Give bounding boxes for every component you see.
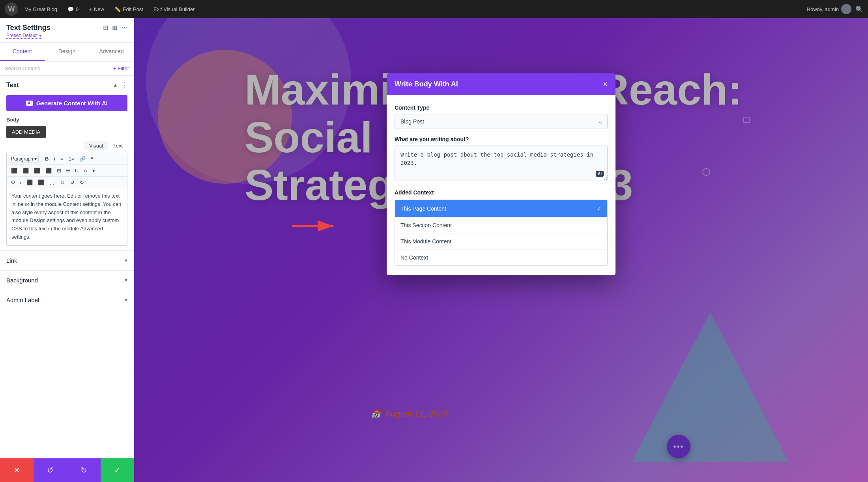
writing-about-wrapper: Write a blog post about the top social m… (395, 146, 608, 182)
admin-label-section-header[interactable]: Admin Label ▾ (0, 290, 134, 310)
content-type-select-wrapper: Blog Post Article Email Social Post (395, 114, 608, 129)
editor-tab-visual[interactable]: Visual (84, 141, 108, 150)
unordered-list-button[interactable]: ≡ (58, 155, 65, 163)
admin-bar-right: Howdy, admin 🔍 (807, 4, 863, 14)
undo-button[interactable]: ↺ (34, 458, 67, 482)
link-button[interactable]: 🔗 (77, 155, 88, 163)
redo-button[interactable]: ↻ (67, 458, 101, 482)
blockquote-button[interactable]: ❝ (89, 155, 95, 163)
modal-close-button[interactable]: × (603, 80, 608, 89)
text-section-title: Text (6, 82, 19, 89)
sidebar-title-row: Text Settings ⊡ ⊞ ⋯ (6, 24, 127, 32)
writing-about-label: What are you writing about? (395, 136, 608, 142)
sidebar-tabs: Content Design Advanced (0, 43, 134, 62)
background-section-header[interactable]: Background ▾ (0, 271, 134, 290)
more-formats-button[interactable]: ▾ (90, 166, 97, 175)
add-media-button[interactable]: ADD MEDIA (6, 126, 46, 138)
save-button[interactable]: ✓ (101, 458, 134, 482)
bottom-bar: ✕ ↺ ↻ ✓ (0, 458, 134, 482)
ai-badge: AI (26, 101, 33, 106)
editor-content[interactable]: Your content goes here. Edit or remove t… (6, 188, 127, 246)
sidebar-title-icons: ⊡ ⊞ ⋯ (103, 24, 127, 32)
modal-body: Content Type Blog Post Article Email Soc… (387, 95, 615, 275)
table-button[interactable]: ⊞ (55, 166, 63, 175)
context-selected-option[interactable]: This Page Content ✓ (395, 200, 607, 217)
admin-bar: W My Great Blog 💬 0 + New ✏️ Edit Post E… (0, 0, 868, 18)
search-options-bar: + Filter (0, 62, 134, 76)
comments-link[interactable]: 💬 0 (64, 5, 82, 14)
preset-selector[interactable]: Preset: Default ▾ (6, 33, 127, 38)
write-body-ai-modal: Write Body With AI × Content Type Blog P… (387, 73, 615, 275)
howdy-label: Howdy, admin (807, 4, 851, 14)
writing-about-textarea[interactable]: Write a blog post about the top social m… (395, 146, 608, 181)
tab-advanced[interactable]: Advanced (89, 43, 134, 61)
exit-builder-label: Exit Visual Builder (153, 6, 195, 12)
text-section-options[interactable]: ⋮ (121, 81, 127, 89)
fullscreen-button[interactable]: ⛶ (47, 178, 56, 187)
context-option-module[interactable]: This Module Content (395, 233, 607, 249)
filter-button[interactable]: + Filter (113, 65, 129, 71)
site-name-label: My Great Blog (24, 6, 57, 12)
new-post-link[interactable]: + New (85, 5, 108, 14)
color-button[interactable]: A (82, 166, 89, 175)
italic2-button[interactable]: I (18, 178, 24, 187)
modal-header: Write Body With AI × (387, 73, 615, 95)
context-dropdown: This Page Content ✓ This Section Content… (395, 200, 608, 266)
exit-builder-link[interactable]: Exit Visual Builder (150, 5, 199, 14)
focus-icon[interactable]: ⊡ (103, 24, 108, 32)
section-controls: ▲ ⋮ (112, 81, 127, 89)
align-center-button[interactable]: ⬛ (21, 166, 31, 175)
generate-ai-button[interactable]: AI Generate Content With AI (6, 95, 127, 111)
cancel-button[interactable]: ✕ (0, 458, 34, 482)
sidebar-title-text: Text Settings (6, 24, 51, 32)
search-icon[interactable]: 🔍 (855, 6, 863, 13)
site-name-link[interactable]: My Great Blog (21, 5, 61, 14)
context-option-section[interactable]: This Section Content (395, 217, 607, 233)
body-label: Body (6, 117, 127, 123)
admin-label-section-title: Admin Label (6, 297, 39, 303)
context-option-none[interactable]: No Context (395, 249, 607, 265)
align-right-button[interactable]: ⬛ (32, 166, 42, 175)
tab-design[interactable]: Design (45, 43, 89, 61)
undo-toolbar-button[interactable]: ↺ (68, 178, 77, 187)
redo-toolbar-button[interactable]: ↻ (78, 178, 86, 187)
special-char-button[interactable]: Ω (9, 178, 17, 187)
toolbar-row-1: Paragraph ▾ B I ≡ 1≡ 🔗 ❝ (7, 153, 127, 165)
content-type-select[interactable]: Blog Post Article Email Social Post (395, 114, 608, 129)
text-section-chevron[interactable]: ▲ (112, 82, 118, 88)
body-section: Body ADD MEDIA Visual Text Paragraph ▾ B… (0, 117, 134, 250)
link-section-header[interactable]: Link ▾ (0, 251, 134, 270)
edit-post-label: Edit Post (123, 6, 143, 12)
editor-tab-text[interactable]: Text (108, 141, 127, 150)
ai-corner-badge: AI (596, 171, 604, 177)
main-layout: Text Settings ⊡ ⊞ ⋯ Preset: Default ▾ Co… (0, 18, 868, 482)
edit-post-link[interactable]: ✏️ Edit Post (110, 5, 147, 14)
italic-button[interactable]: I (52, 155, 57, 163)
admin-avatar (841, 4, 851, 14)
align-left-button[interactable]: ⬛ (9, 166, 19, 175)
toolbar-row-2: ⬛ ⬛ ⬛ ⬛ ⊞ S U A ▾ (7, 165, 127, 177)
columns-icon[interactable]: ⊞ (112, 24, 117, 32)
more-icon[interactable]: ⋯ (121, 24, 127, 32)
background-section: Background ▾ (0, 270, 134, 290)
right-content-area: Maximizing Your Reach: Social Media Stra… (134, 18, 868, 482)
modal-overlay: Write Body With AI × Content Type Blog P… (134, 18, 868, 482)
underline-button[interactable]: U (73, 166, 80, 175)
paragraph-select[interactable]: Paragraph ▾ (9, 155, 39, 163)
search-options-input[interactable] (5, 65, 110, 71)
left-sidebar: Text Settings ⊡ ⊞ ⋯ Preset: Default ▾ Co… (0, 18, 134, 482)
wp-logo[interactable]: W (5, 2, 18, 16)
outdent-button[interactable]: ⬛ (36, 178, 46, 187)
tab-content[interactable]: Content (0, 43, 45, 61)
arrow-indicator (288, 216, 339, 236)
background-section-title: Background (6, 277, 38, 284)
ordered-list-button[interactable]: 1≡ (67, 155, 77, 163)
indent-button[interactable]: ⬛ (24, 178, 35, 187)
bold-button[interactable]: B (43, 155, 51, 163)
strikethrough-button[interactable]: S (64, 166, 72, 175)
justify-button[interactable]: ⬛ (43, 166, 54, 175)
background-chevron: ▾ (125, 277, 127, 283)
link-chevron: ▾ (125, 257, 127, 263)
sidebar-header: Text Settings ⊡ ⊞ ⋯ Preset: Default ▾ (0, 18, 134, 43)
emoji-button[interactable]: ☺ (58, 178, 67, 187)
